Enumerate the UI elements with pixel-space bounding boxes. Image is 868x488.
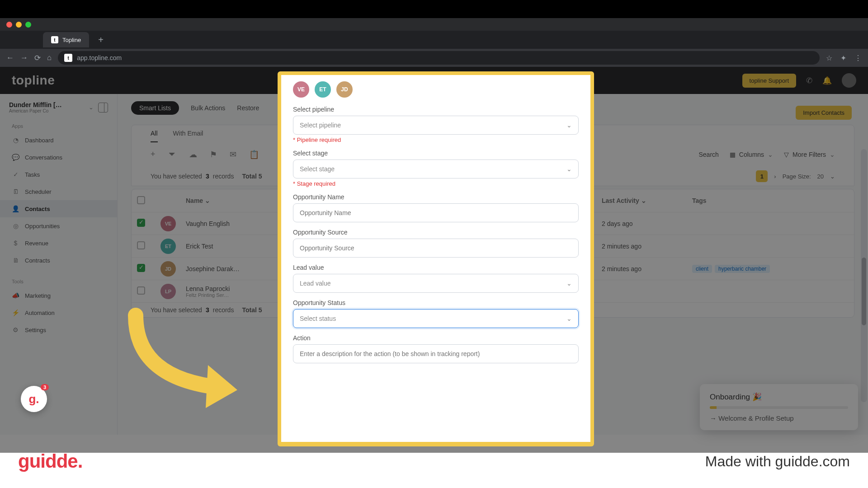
selection-count: 3 (206, 306, 209, 314)
header-right-cluster: topline Support ✆ 🔔 (742, 73, 856, 88)
check-icon: ✓ (12, 171, 19, 178)
tag-pill[interactable]: hyperbaric chamber (715, 265, 770, 273)
org-switcher[interactable]: Dunder Mifflin [… American Paper Co ⌄ (9, 101, 108, 113)
user-avatar[interactable] (842, 73, 856, 88)
add-icon[interactable]: + (151, 150, 156, 160)
back-button[interactable]: ← (6, 53, 14, 62)
row-checkbox[interactable] (137, 219, 145, 227)
forward-button[interactable]: → (20, 53, 28, 62)
tab-restore[interactable]: Restore (237, 104, 259, 112)
sidebar-item-scheduler[interactable]: 🗓Scheduler (0, 183, 117, 200)
last-activity: 2 days ago (602, 220, 692, 227)
sidebar-item-label: Contracts (25, 257, 50, 264)
cloud-icon[interactable]: ☁ (189, 150, 197, 160)
selection-text-b: records (213, 306, 234, 314)
pager: 1 › Page Size: 20 ⌄ (756, 170, 835, 182)
sidebar-item-automation[interactable]: ⚡Automation (0, 304, 117, 321)
funnel-icon: ▽ (784, 151, 789, 158)
current-page[interactable]: 1 (756, 170, 768, 182)
made-with-text: Made with guidde.com (705, 453, 850, 470)
row-checkbox[interactable] (137, 286, 145, 295)
sidebar-item-marketing[interactable]: 📣Marketing (0, 287, 117, 304)
extensions-puzzle-icon[interactable]: ✦ (840, 54, 846, 62)
more-filters-label: More Filters (793, 151, 826, 158)
letterbox-top (0, 0, 868, 18)
stage-error: * Stage required (293, 180, 579, 187)
maximize-window-button[interactable] (25, 22, 31, 28)
minimize-window-button[interactable] (16, 22, 22, 28)
sidebar-item-dashboard[interactable]: ◔Dashboard (0, 131, 117, 149)
columns-icon: ▦ (730, 151, 736, 158)
toolbar-right-icons: ☆ ✦ ⋮ (826, 54, 862, 62)
pipeline-select[interactable]: Select pipeline⌄ (293, 116, 579, 135)
org-subtitle: American Paper Co (9, 108, 62, 113)
reload-button[interactable]: ⟳ (34, 53, 41, 63)
sidebar-item-revenue[interactable]: $Revenue (0, 235, 117, 252)
avatar-ve: VE (293, 81, 309, 98)
chevron-down-icon: ⌄ (768, 151, 773, 158)
kebab-menu-icon[interactable]: ⋮ (854, 54, 862, 62)
onboarding-step[interactable]: → Welcome & Profile Setup (710, 414, 848, 422)
onboarding-card[interactable]: Onboarding 🎉 → Welcome & Profile Setup (700, 384, 858, 430)
selection-text-a: You have selected (151, 306, 202, 314)
total-count: Total 5 (242, 173, 262, 180)
guidde-floating-button[interactable]: g. 3 (21, 386, 47, 412)
scrollbar-thumb[interactable] (862, 258, 866, 325)
subtab-all[interactable]: All (151, 130, 158, 142)
document-icon: 🗎 (12, 257, 19, 264)
tab-smart-lists[interactable]: Smart Lists (131, 101, 179, 115)
bulk-action-icons: + ⏷ ☁ ⚑ ✉ 📋 (151, 150, 259, 160)
stage-select[interactable]: Select stage⌄ (293, 160, 579, 178)
megaphone-icon: 📣 (12, 292, 19, 299)
close-window-button[interactable] (6, 22, 12, 28)
bell-icon[interactable]: 🔔 (822, 76, 832, 85)
mail-icon[interactable]: ✉ (230, 150, 236, 160)
browser-tab-active[interactable]: t Topline (43, 32, 89, 47)
sidebar-item-opportunities[interactable]: ◎Opportunities (0, 217, 117, 235)
sidebar-section-tools: Tools (12, 279, 105, 284)
more-filters-button[interactable]: ▽More Filters⌄ (784, 151, 835, 158)
collapse-sidebar-icon[interactable] (98, 103, 108, 113)
row-checkbox[interactable] (137, 264, 145, 272)
flag-icon[interactable]: ⚑ (210, 150, 217, 160)
opportunity-modal-highlight: VE ET JD Select pipeline Select pipeline… (278, 71, 594, 446)
search-text[interactable]: Search (698, 151, 718, 158)
filter-icon[interactable]: ⏷ (168, 150, 176, 160)
support-button[interactable]: topline Support (742, 74, 796, 88)
phone-icon[interactable]: ✆ (806, 76, 812, 85)
sidebar-item-conversations[interactable]: 💬Conversations (0, 149, 117, 166)
opp-status-select[interactable]: Select status⌄ (293, 309, 579, 328)
bookmark-star-icon[interactable]: ☆ (826, 54, 832, 62)
opp-name-input[interactable] (293, 203, 579, 222)
target-icon: ◎ (12, 222, 19, 230)
sidebar-item-tasks[interactable]: ✓Tasks (0, 166, 117, 183)
sidebar-item-settings[interactable]: ⚙Settings (0, 321, 117, 338)
row-checkbox[interactable] (137, 241, 145, 249)
tab-bulk-actions[interactable]: Bulk Actions (191, 104, 225, 112)
select-all-checkbox[interactable] (137, 196, 145, 204)
sidebar-item-label: Conversations (25, 154, 62, 161)
subtab-with-email[interactable]: With Email (173, 130, 203, 142)
header-last-activity[interactable]: Last Activity ⌄ (602, 197, 692, 204)
page-size-value[interactable]: 20 (817, 173, 824, 180)
columns-picker[interactable]: ▦Columns⌄ (730, 151, 773, 158)
sidebar-item-label: Marketing (25, 292, 51, 299)
header-tags[interactable]: Tags (692, 197, 810, 204)
sidebar-item-contacts[interactable]: 👤Contacts (0, 200, 117, 217)
import-contacts-button[interactable]: Import Contacts (796, 106, 852, 120)
clipboard-icon[interactable]: 📋 (249, 150, 259, 160)
page-size-label: Page Size: (783, 173, 811, 180)
action-input[interactable] (293, 344, 579, 363)
sidebar-item-label: Automation (25, 310, 55, 316)
next-page-icon[interactable]: › (774, 173, 776, 180)
pipeline-error: * Pipeline required (293, 136, 579, 143)
home-button[interactable]: ⌂ (47, 53, 52, 62)
lead-value-select[interactable]: Lead value⌄ (293, 274, 579, 293)
opp-status-label: Opportunity Status (293, 299, 579, 306)
vertical-scrollbar[interactable] (861, 149, 867, 402)
opp-source-input[interactable] (293, 239, 579, 258)
sidebar-item-contracts[interactable]: 🗎Contracts (0, 252, 117, 269)
address-bar[interactable]: t app.topline.com (58, 51, 820, 65)
tag-pill[interactable]: client (692, 265, 712, 273)
new-tab-button[interactable]: + (98, 35, 104, 45)
